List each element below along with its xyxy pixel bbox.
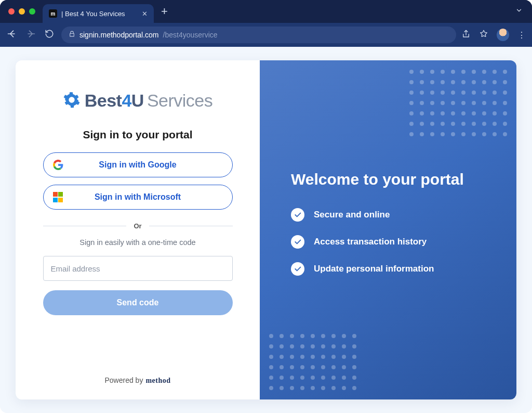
one-time-code-hint: Sign in easily with a one-time code bbox=[79, 238, 195, 247]
bookmark-button[interactable] bbox=[479, 29, 488, 41]
method-brand: method bbox=[145, 377, 170, 385]
gear-icon bbox=[63, 91, 81, 111]
send-code-button[interactable]: Send code bbox=[43, 290, 233, 315]
signin-card: Best4UServices Sign in to your portal Si… bbox=[16, 60, 516, 399]
new-tab-button[interactable]: + bbox=[158, 5, 171, 18]
forward-button[interactable] bbox=[24, 29, 37, 42]
feature-label: Update personal information bbox=[314, 264, 434, 274]
check-icon bbox=[291, 208, 304, 222]
email-input[interactable] bbox=[43, 256, 233, 281]
minimize-window-button[interactable] bbox=[19, 8, 25, 15]
arrow-right-icon bbox=[25, 29, 36, 39]
feature-item: Access transaction history bbox=[291, 235, 485, 249]
browser-toolbar: signin.methodportal.com/best4youservice … bbox=[0, 23, 532, 47]
divider-or: Or bbox=[43, 222, 233, 230]
kebab-menu-button[interactable]: ⋮ bbox=[517, 30, 527, 40]
close-tab-button[interactable]: ✕ bbox=[142, 10, 148, 18]
browser-window: m | Best 4 You Services ✕ + bbox=[0, 0, 532, 413]
browser-tab-active[interactable]: m | Best 4 You Services ✕ bbox=[43, 4, 154, 23]
welcome-panel: Welcome to your portal Secure and online… bbox=[260, 60, 516, 399]
browser-chrome: m | Best 4 You Services ✕ + bbox=[0, 0, 532, 47]
feature-item: Secure and online bbox=[291, 208, 485, 222]
feature-item: Update personal information bbox=[291, 262, 485, 276]
welcome-heading: Welcome to your portal bbox=[291, 171, 485, 188]
url-path: /best4youservice bbox=[163, 31, 218, 39]
toolbar-actions: ⋮ bbox=[461, 29, 527, 41]
star-icon bbox=[479, 29, 488, 38]
tab-title: | Best 4 You Services bbox=[61, 10, 125, 18]
reload-icon bbox=[45, 29, 54, 38]
decorative-dots-bottom bbox=[269, 334, 356, 390]
logo-word-u: U bbox=[131, 91, 144, 110]
profile-avatar[interactable] bbox=[497, 29, 509, 41]
window-controls bbox=[4, 8, 38, 15]
brand-logo: Best4UServices bbox=[63, 91, 213, 111]
signin-panel: Best4UServices Sign in to your portal Si… bbox=[16, 60, 260, 399]
check-icon bbox=[291, 235, 304, 249]
powered-by: Powered by method bbox=[104, 360, 170, 385]
feature-label: Secure and online bbox=[314, 210, 390, 220]
google-icon bbox=[53, 160, 63, 170]
decorative-dots-top bbox=[409, 70, 507, 136]
page-viewport: Best4UServices Sign in to your portal Si… bbox=[0, 47, 532, 413]
check-icon bbox=[291, 262, 304, 276]
close-window-button[interactable] bbox=[8, 8, 15, 15]
share-icon bbox=[461, 29, 471, 38]
tabs-dropdown-button[interactable] bbox=[515, 7, 528, 16]
logo-word-services: Services bbox=[147, 91, 212, 110]
url-host: signin.methodportal.com bbox=[79, 31, 159, 39]
tab-bar: m | Best 4 You Services ✕ + bbox=[0, 0, 532, 23]
powered-prefix: Powered by bbox=[104, 376, 143, 384]
google-signin-label: Sign in with Google bbox=[99, 160, 176, 170]
microsoft-signin-button[interactable]: Sign in with Microsoft bbox=[43, 185, 233, 210]
brand-name: Best4UServices bbox=[85, 91, 213, 111]
favicon-icon: m bbox=[49, 9, 57, 18]
address-bar[interactable]: signin.methodportal.com/best4youservice bbox=[61, 27, 456, 43]
reload-button[interactable] bbox=[43, 29, 56, 41]
arrow-left-icon bbox=[7, 29, 17, 39]
feature-label: Access transaction history bbox=[314, 237, 427, 247]
logo-word-four: 4 bbox=[122, 91, 131, 110]
chevron-down-icon bbox=[515, 7, 523, 14]
microsoft-signin-label: Sign in with Microsoft bbox=[95, 192, 181, 202]
divider-line bbox=[43, 226, 127, 226]
or-label: Or bbox=[134, 222, 141, 230]
google-signin-button[interactable]: Sign in with Google bbox=[43, 152, 233, 177]
share-button[interactable] bbox=[461, 29, 471, 41]
back-button[interactable] bbox=[5, 29, 19, 42]
fullscreen-window-button[interactable] bbox=[29, 8, 35, 15]
microsoft-icon bbox=[53, 192, 63, 202]
lock-icon bbox=[69, 31, 75, 39]
signin-heading: Sign in to your portal bbox=[83, 128, 192, 141]
logo-word-best: Best bbox=[85, 91, 122, 110]
divider-line bbox=[149, 226, 233, 226]
